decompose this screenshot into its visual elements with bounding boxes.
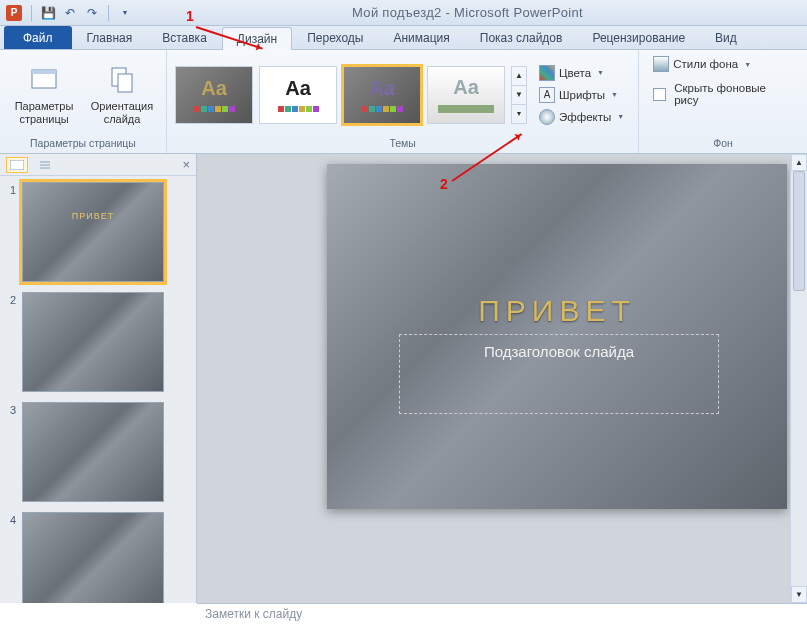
background-styles-button[interactable]: Стили фона▼	[647, 54, 757, 74]
scroll-thumb[interactable]	[793, 171, 805, 291]
colors-button[interactable]: Цвета▼	[533, 63, 630, 83]
colors-icon	[539, 65, 555, 81]
undo-icon[interactable]: ↶	[61, 4, 79, 22]
tab-design[interactable]: Дизайн	[222, 27, 292, 50]
slide-thumb-1[interactable]: 1 ПРИВЕТ	[4, 182, 192, 282]
slide-title[interactable]: ПРИВЕТ	[327, 294, 787, 328]
background-styles-icon	[653, 56, 669, 72]
svg-rect-1	[32, 70, 56, 74]
checkbox-icon	[653, 88, 666, 101]
group-label-themes: Темы	[389, 135, 415, 151]
theme-scroll-down[interactable]: ▼	[512, 86, 526, 105]
quick-access-toolbar: 💾 ↶ ↷ ▼	[28, 4, 134, 22]
theme-scroll-up[interactable]: ▲	[512, 67, 526, 86]
slide-subtitle-placeholder[interactable]: Подзаголовок слайда	[399, 334, 719, 414]
theme-thumb-1[interactable]: Aa	[175, 66, 253, 124]
thumbnail-view-button[interactable]	[6, 157, 28, 173]
save-icon[interactable]: 💾	[39, 4, 57, 22]
close-panel-icon[interactable]: ×	[182, 157, 190, 172]
effects-icon	[539, 109, 555, 125]
group-label-background: Фон	[713, 135, 733, 151]
group-label-page-setup: Параметры страницы	[30, 135, 136, 151]
tab-slideshow[interactable]: Показ слайдов	[465, 26, 578, 49]
group-background: Стили фона▼ Скрыть фоновые рису Фон	[639, 50, 807, 153]
app-icon: P	[6, 5, 22, 21]
tab-insert[interactable]: Вставка	[147, 26, 222, 49]
page-setup-icon	[28, 64, 60, 96]
slide-thumb-2[interactable]: 2	[4, 292, 192, 392]
scroll-up-icon[interactable]: ▲	[791, 154, 807, 171]
fonts-icon: A	[539, 87, 555, 103]
title-bar: P 💾 ↶ ↷ ▼ Мой подъезд2 - Microsoft Power…	[0, 0, 807, 26]
slide-thumb-4[interactable]: 4	[4, 512, 192, 603]
hide-background-checkbox[interactable]: Скрыть фоновые рису	[647, 80, 799, 108]
tab-animation[interactable]: Анимация	[378, 26, 464, 49]
slide-orientation-button[interactable]: Ориентация слайда	[86, 60, 158, 129]
redo-icon[interactable]: ↷	[83, 4, 101, 22]
theme-thumb-2[interactable]: Aa	[259, 66, 337, 124]
fonts-button[interactable]: A Шрифты▼	[533, 85, 630, 105]
slide-canvas-area[interactable]: ПРИВЕТ Подзаголовок слайда ▲ ▼	[197, 154, 807, 603]
notes-pane[interactable]: Заметки к слайду	[197, 603, 807, 625]
group-page-setup: Параметры страницы Ориентация слайда Пар…	[0, 50, 167, 153]
theme-gallery: Aa Aa Aa Aa ▲ ▼ ▾	[175, 66, 527, 124]
theme-gallery-scroll: ▲ ▼ ▾	[511, 66, 527, 124]
theme-thumb-3[interactable]: Aa	[343, 66, 421, 124]
tab-view[interactable]: Вид	[700, 26, 752, 49]
slides-view-icon	[10, 160, 24, 170]
group-themes: Aa Aa Aa Aa ▲ ▼ ▾	[167, 50, 639, 153]
svg-rect-4	[10, 160, 24, 170]
theme-thumb-4[interactable]: Aa	[427, 66, 505, 124]
current-slide[interactable]: ПРИВЕТ Подзаголовок слайда	[327, 164, 787, 509]
qat-dropdown-icon[interactable]: ▼	[116, 4, 134, 22]
thumbnail-list[interactable]: 1 ПРИВЕТ 2 3 4	[0, 176, 196, 603]
page-setup-button[interactable]: Параметры страницы	[8, 60, 80, 129]
svg-rect-3	[118, 74, 132, 92]
ribbon: Параметры страницы Ориентация слайда Пар…	[0, 50, 807, 154]
tab-home[interactable]: Главная	[72, 26, 148, 49]
effects-button[interactable]: Эффекты▼	[533, 107, 630, 127]
orientation-icon	[106, 64, 138, 96]
outline-view-button[interactable]	[34, 157, 56, 173]
outline-view-icon	[38, 160, 52, 170]
tab-review[interactable]: Рецензирование	[577, 26, 700, 49]
tab-file[interactable]: Файл	[4, 26, 72, 49]
ribbon-tabs: Файл Главная Вставка Дизайн Переходы Ани…	[0, 26, 807, 50]
scroll-down-icon[interactable]: ▼	[791, 586, 807, 603]
slide-thumb-3[interactable]: 3	[4, 402, 192, 502]
workspace: × 1 ПРИВЕТ 2 3 4 ПРИВЕТ	[0, 154, 807, 603]
slide-thumbnail-panel: × 1 ПРИВЕТ 2 3 4	[0, 154, 197, 603]
window-title: Мой подъезд2 - Microsoft PowerPoint	[134, 5, 801, 20]
theme-gallery-more[interactable]: ▾	[512, 105, 526, 123]
canvas-scrollbar[interactable]: ▲ ▼	[790, 154, 807, 603]
tab-transitions[interactable]: Переходы	[292, 26, 378, 49]
